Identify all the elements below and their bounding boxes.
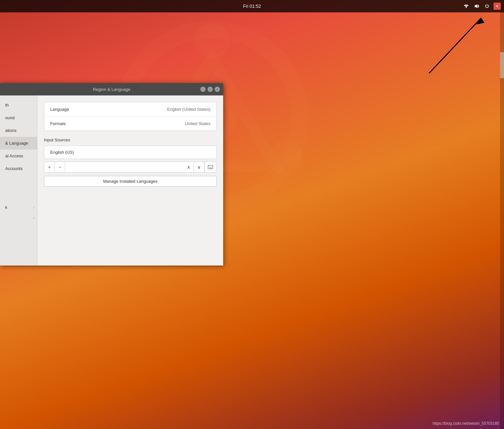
sidebar-item-accounts[interactable]: Accounts [0,162,37,175]
panel-clock: Fri 01:52 [243,4,261,9]
main-content: Language English (United States) Formats… [37,95,223,265]
language-value: English (United States) [167,107,210,112]
sidebar-item-arrow-2[interactable]: › [0,214,37,222]
keyboard-settings-button[interactable] [205,162,216,172]
sidebar-item-k[interactable]: k › [0,201,37,214]
move-up-button[interactable]: ∧ [183,162,194,172]
language-label: Language [50,107,69,112]
sidebar: th ound ations & Language al Access Acco… [0,95,37,265]
footer-url: https://blog.csdn.net/weixin_55703180 [433,421,499,426]
panel-right: ▾ [462,3,501,10]
sidebar-item-universal-access[interactable]: al Access [0,150,37,162]
settings-window: Region & Language − □ × th ound ations [0,83,223,265]
language-row[interactable]: Language English (United States) [44,102,216,117]
input-sources-title: Input Sources [44,137,217,142]
input-sources-toolbar: + − ∧ ∨ [44,162,217,173]
formats-label: Formats [50,121,66,126]
sidebar-arrow-2: › [33,216,35,220]
language-formats-panel: Language English (United States) Formats… [44,102,217,131]
formats-value: United States [185,121,210,126]
sidebar-item-language[interactable]: & Language [0,137,37,150]
move-down-button[interactable]: ∨ [194,162,204,172]
power-icon[interactable] [483,3,491,9]
scrollbar[interactable] [500,0,504,429]
minimize-button[interactable]: − [200,87,206,92]
input-source-item-english[interactable]: English (US) [44,146,216,159]
close-button[interactable]: × [215,87,220,92]
formats-row[interactable]: Formats United States [44,117,216,131]
manage-installed-languages-button[interactable]: Manage Installed Languages [44,176,217,187]
window-controls: − □ × [200,87,220,92]
input-sources-section: Input Sources English (US) + − ∧ [44,137,217,187]
top-panel: Fri 01:52 [0,0,504,12]
sidebar-item-th[interactable]: th [0,99,37,111]
svg-point-5 [466,7,467,8]
window-body: th ound ations & Language al Access Acco… [0,95,223,265]
scrollbar-thumb[interactable] [500,52,504,78]
network-icon[interactable] [462,3,470,9]
maximize-button[interactable]: □ [208,87,213,92]
svg-marker-6 [475,4,477,8]
window-titlebar: Region & Language − □ × [0,83,223,95]
keyboard-icon [208,165,213,169]
add-source-button[interactable]: + [44,162,55,172]
volume-icon[interactable] [473,3,481,9]
svg-line-7 [429,18,481,73]
sidebar-item-sound[interactable]: ound [0,111,37,124]
desktop: Fri 01:52 [0,0,504,429]
window-title: Region & Language [93,87,130,92]
power-menu-button[interactable]: ▾ [494,3,501,10]
sidebar-arrow-1: › [33,206,35,209]
remove-source-button[interactable]: − [55,162,65,172]
input-sources-list: English (US) [44,146,217,159]
arrow-annotation [416,15,488,86]
sidebar-item-notifications[interactable]: ations [0,124,37,137]
